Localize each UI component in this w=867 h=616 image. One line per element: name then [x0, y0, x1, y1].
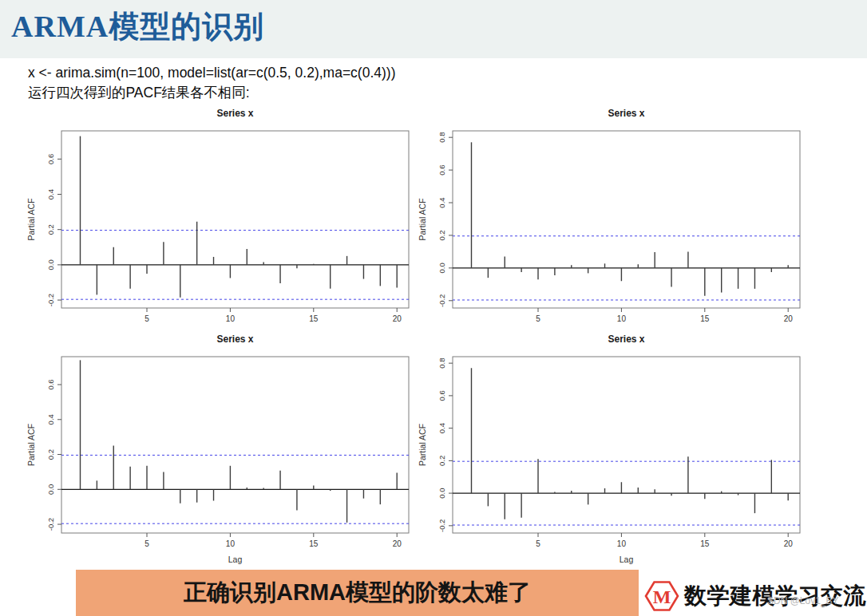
conclusion-banner: 正确识别ARMA模型的阶数太难了: [76, 570, 639, 616]
svg-text:15: 15: [700, 314, 710, 323]
svg-text:15: 15: [309, 539, 319, 548]
svg-text:5: 5: [144, 539, 149, 548]
svg-text:-0.2: -0.2: [46, 294, 55, 306]
r-code-line: x <- arima.sim(n=100, model=list(ar=c(0.…: [28, 63, 396, 83]
conclusion-banner-text: 正确识别ARMA模型的阶数太难了: [184, 577, 531, 609]
svg-text:0.6: 0.6: [46, 154, 55, 164]
svg-text:0.0: 0.0: [46, 484, 55, 495]
svg-text:Lag: Lag: [620, 555, 634, 564]
svg-text:0.6: 0.6: [46, 379, 55, 389]
svg-text:0.4: 0.4: [437, 423, 446, 433]
svg-text:15: 15: [700, 539, 710, 548]
svg-text:-0.2: -0.2: [437, 519, 446, 532]
svg-text:10: 10: [226, 539, 236, 548]
pacf-plot-svg: Series xPartial ACF-0.20.00.20.40.60.851…: [415, 331, 814, 571]
intro-text-block: x <- arima.sim(n=100, model=list(ar=c(0.…: [28, 63, 396, 103]
pacf-plot-svg: Series xPartial ACF-0.20.00.20.40.651015…: [24, 104, 423, 331]
pacf-plot-svg: Series xPartial ACF-0.20.00.20.40.60.851…: [415, 104, 814, 331]
svg-text:0.8: 0.8: [437, 132, 446, 143]
svg-text:0.6: 0.6: [437, 390, 446, 401]
slide-header-band: ARMA模型的识别: [0, 0, 867, 58]
description-line: 运行四次得到的PACF结果各不相同:: [28, 83, 396, 103]
svg-text:10: 10: [226, 314, 236, 323]
slide-title: ARMA模型的识别: [0, 0, 867, 47]
svg-text:20: 20: [784, 539, 794, 548]
svg-text:0.6: 0.6: [437, 164, 446, 175]
pacf-plot-svg: Series xPartial ACF-0.20.00.20.40.651015…: [24, 331, 423, 571]
svg-text:-0.2: -0.2: [46, 518, 55, 531]
svg-text:5: 5: [536, 539, 540, 548]
brand-logo-text: 数学建模学习交流: [684, 581, 866, 611]
svg-text:0.0: 0.0: [437, 488, 446, 498]
brand-logo: M 数学建模学习交流: [643, 577, 866, 615]
svg-text:20: 20: [393, 539, 402, 548]
pacf-chart-bottom-right: Series xPartial ACF-0.20.00.20.40.60.851…: [415, 331, 814, 571]
svg-text:Series x: Series x: [608, 334, 644, 345]
svg-text:20: 20: [784, 314, 794, 323]
logo-hexagon-m-icon: M: [643, 578, 680, 614]
svg-text:Series x: Series x: [608, 108, 644, 119]
svg-text:Partial ACF: Partial ACF: [418, 424, 427, 466]
svg-text:0.4: 0.4: [437, 197, 446, 207]
svg-text:10: 10: [617, 314, 627, 323]
logo-letter: M: [653, 586, 671, 607]
svg-text:0.4: 0.4: [46, 189, 55, 199]
svg-text:Partial ACF: Partial ACF: [26, 198, 36, 240]
svg-text:Lag: Lag: [228, 555, 243, 564]
slide-page: ARMA模型的识别 x <- arima.sim(n=100, model=li…: [0, 0, 867, 616]
pacf-chart-top-right: Series xPartial ACF-0.20.00.20.40.60.851…: [415, 104, 814, 331]
svg-text:5: 5: [536, 314, 540, 323]
svg-text:20: 20: [393, 314, 402, 323]
svg-text:5: 5: [144, 314, 149, 323]
pacf-chart-bottom-left: Series xPartial ACF-0.20.00.20.40.651015…: [24, 331, 423, 571]
svg-text:Partial ACF: Partial ACF: [418, 198, 427, 240]
svg-text:0.2: 0.2: [437, 230, 446, 240]
svg-text:15: 15: [309, 314, 319, 323]
svg-text:Series x: Series x: [216, 334, 253, 345]
svg-text:0.8: 0.8: [437, 358, 446, 369]
pacf-chart-top-left: Series xPartial ACF-0.20.00.20.40.651015…: [24, 104, 423, 331]
svg-text:0.2: 0.2: [46, 449, 55, 460]
svg-text:-0.2: -0.2: [437, 294, 446, 307]
svg-text:0.2: 0.2: [46, 224, 55, 235]
svg-text:Series x: Series x: [216, 108, 253, 119]
svg-text:0.0: 0.0: [437, 263, 446, 273]
svg-text:0.4: 0.4: [46, 414, 55, 424]
svg-text:10: 10: [617, 539, 627, 548]
svg-text:Partial ACF: Partial ACF: [26, 424, 36, 466]
svg-text:0.0: 0.0: [46, 259, 55, 270]
svg-text:0.2: 0.2: [437, 456, 446, 466]
